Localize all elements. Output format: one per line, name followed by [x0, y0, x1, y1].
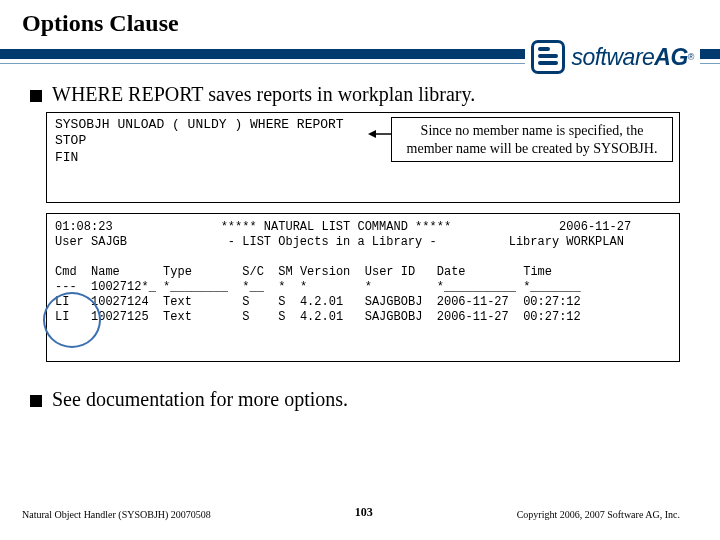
r1c8: 00:27:12 — [523, 310, 581, 324]
term-head-bc: - LIST Objects in a Library - — [228, 235, 437, 249]
r1c5: 4.2.01 — [300, 310, 343, 324]
col-uid: User ID — [365, 265, 415, 279]
mask-4: * — [278, 280, 285, 294]
mask-8: *_______ — [523, 280, 581, 294]
mask-2: *________ — [163, 280, 228, 294]
bullet-see-docs: See documentation for more options. — [30, 388, 696, 411]
brand-text-1: software — [571, 44, 654, 71]
bullet2-text: See documentation for more options. — [52, 388, 348, 411]
term-head-tl: 01:08:23 — [55, 220, 113, 234]
mask-7: *__________ — [437, 280, 516, 294]
col-time: Time — [523, 265, 552, 279]
r1c1: 10027125 — [91, 310, 149, 324]
r0c6: SAJGBOBJ — [365, 295, 423, 309]
term-head-tr: 2006-11-27 — [559, 220, 631, 234]
col-sc: S/C — [242, 265, 264, 279]
col-type: Type — [163, 265, 192, 279]
r1c3: S — [242, 310, 249, 324]
brand-text-2: AG — [654, 44, 688, 71]
col-sm: SM — [278, 265, 292, 279]
r0c0: LI — [55, 295, 69, 309]
square-bullet-icon — [30, 90, 42, 102]
r0c3: S — [242, 295, 249, 309]
command-box: SYSOBJH UNLOAD ( UNLDY ) WHERE REPORT ST… — [46, 112, 680, 203]
r0c5: 4.2.01 — [300, 295, 343, 309]
brand-badge-icon — [531, 40, 565, 74]
cmd-l3: FIN — [55, 150, 78, 165]
term-head-tc: ***** NATURAL LIST COMMAND ***** — [221, 220, 451, 234]
col-date: Date — [437, 265, 466, 279]
footer-right: Copyright 2006, 2007 Software AG, Inc. — [517, 509, 680, 520]
callout-text: Since no member name is specified, the m… — [407, 123, 658, 156]
slide-footer: Natural Object Handler (SYSOBJH) 2007050… — [0, 505, 720, 520]
brand-reg: ® — [688, 52, 694, 62]
mask-0: --- — [55, 280, 77, 294]
r1c2: Text — [163, 310, 192, 324]
mask-6: * — [365, 280, 372, 294]
arrow-icon — [368, 129, 392, 139]
r0c8: 00:27:12 — [523, 295, 581, 309]
brand-logo: software AG® — [525, 35, 700, 79]
col-cmd: Cmd — [55, 265, 77, 279]
header-rule: software AG® — [0, 43, 720, 73]
square-bullet-icon — [30, 395, 42, 407]
footer-left: Natural Object Handler (SYSOBJH) 2007050… — [22, 509, 211, 520]
cmd-l2: STOP — [55, 133, 86, 148]
r0c4: S — [278, 295, 285, 309]
term-head-br: Library WORKPLAN — [509, 235, 624, 249]
col-ver: Version — [300, 265, 350, 279]
r1c6: SAJGBOBJ — [365, 310, 423, 324]
page-number: 103 — [355, 505, 373, 520]
terminal-listing: 01:08:23 ***** NATURAL LIST COMMAND ****… — [46, 213, 680, 362]
mask-3: *__ — [242, 280, 264, 294]
svg-marker-1 — [368, 130, 376, 138]
col-name: Name — [91, 265, 120, 279]
term-head-bl: User SAJGB — [55, 235, 127, 249]
bullet1-text: WHERE REPORT saves reports in workplan l… — [52, 83, 475, 106]
r1c7: 2006-11-27 — [437, 310, 509, 324]
r0c2: Text — [163, 295, 192, 309]
mask-1: 1002712*_ — [91, 280, 156, 294]
r0c7: 2006-11-27 — [437, 295, 509, 309]
callout-box: Since no member name is specified, the m… — [391, 117, 673, 162]
cmd-l1: SYSOBJH UNLOAD ( UNLDY ) WHERE REPORT — [55, 117, 344, 132]
r1c0: LI — [55, 310, 69, 324]
r0c1: 10027124 — [91, 295, 149, 309]
mask-5: * — [300, 280, 307, 294]
r1c4: S — [278, 310, 285, 324]
bullet-where-report: WHERE REPORT saves reports in workplan l… — [30, 83, 696, 106]
